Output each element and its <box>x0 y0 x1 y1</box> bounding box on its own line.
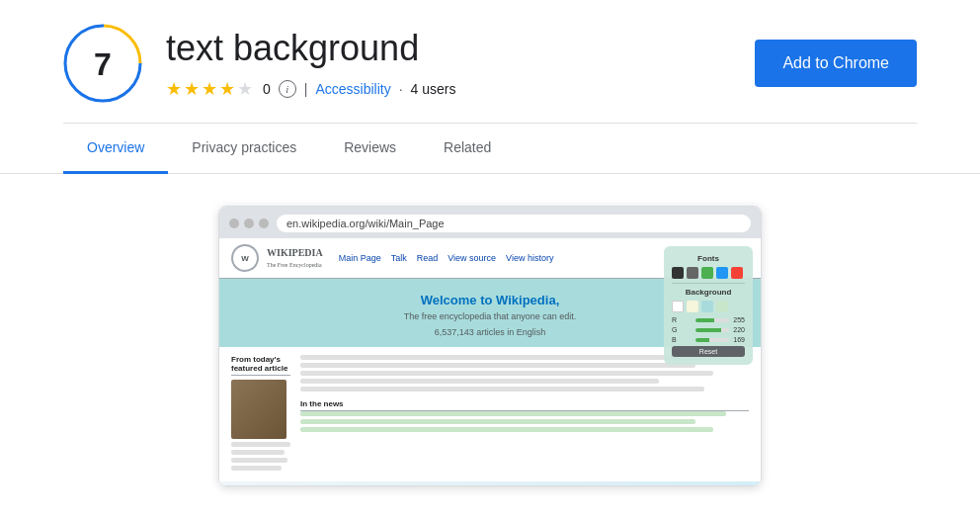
wiki-nav-source: View source <box>448 253 496 263</box>
swatch-red[interactable] <box>731 267 743 279</box>
tab-reviews[interactable]: Reviews <box>320 124 420 174</box>
extension-info: text background ★ ★ ★ ★ ★ 0 i | Accessib… <box>166 27 731 99</box>
slider-label-1: R <box>672 316 692 323</box>
wiki-line-3 <box>231 458 287 463</box>
wiki-featured-image <box>231 380 286 439</box>
wiki-main-line-4 <box>300 379 659 384</box>
star-4: ★ <box>219 78 235 100</box>
url-text: en.wikipedia.org/wiki/Main_Page <box>286 218 445 229</box>
star-1: ★ <box>166 78 182 100</box>
star-5: ★ <box>237 78 253 100</box>
wiki-main-line-2 <box>300 363 695 368</box>
wiki-logo-circle: W <box>231 244 259 272</box>
tab-privacy[interactable]: Privacy practices <box>168 124 320 174</box>
slider-value-1: 255 <box>733 316 745 323</box>
user-count: · <box>399 81 403 97</box>
swatch-gray[interactable] <box>687 267 698 279</box>
swatch-bg-white[interactable] <box>672 301 684 312</box>
wiki-logo-text: WIKIPEDIAThe Free Encyclopedia <box>267 247 323 269</box>
swatch-blue[interactable] <box>716 267 728 279</box>
category-link[interactable]: Accessibility <box>315 81 390 97</box>
color-swatches-bg <box>672 301 745 312</box>
slider-track-3[interactable] <box>695 338 729 342</box>
wiki-news-line-3 <box>300 427 713 432</box>
slider-row-3: B 169 <box>672 336 745 343</box>
swatch-bg-green[interactable] <box>716 301 728 312</box>
extension-popup-panel: Fonts Background <box>664 246 753 365</box>
slider-row-1: R 255 <box>672 316 745 323</box>
star-2: ★ <box>184 78 200 100</box>
meta-row: ★ ★ ★ ★ ★ 0 i | Accessibility · 4 users <box>166 78 731 100</box>
browser-content: W WIKIPEDIAThe Free Encyclopedia Main Pa… <box>219 238 761 485</box>
slider-row-2: G 220 <box>672 326 745 333</box>
wiki-line-4 <box>231 466 282 471</box>
add-to-chrome-button[interactable]: Add to Chrome <box>755 40 917 87</box>
slider-value-2: 220 <box>733 326 745 333</box>
wiki-main-line-1 <box>300 355 726 360</box>
slider-track-1[interactable] <box>695 318 729 322</box>
tab-overview[interactable]: Overview <box>63 124 168 174</box>
content-area: en.wikipedia.org/wiki/Main_Page W WIKIPE… <box>0 174 980 518</box>
wiki-line-1 <box>231 442 290 447</box>
wiki-news-line-2 <box>300 419 695 424</box>
browser-dot-2 <box>244 218 254 228</box>
reset-button[interactable]: Reset <box>672 346 745 357</box>
browser-dot-1 <box>229 218 239 228</box>
slider-value-3: 169 <box>733 336 745 343</box>
wiki-nav-history: View history <box>506 253 553 263</box>
slider-track-2[interactable] <box>695 328 729 332</box>
extension-header: 7 text background ★ ★ ★ ★ ★ 0 i | Access… <box>0 0 980 123</box>
star-rating: ★ ★ ★ ★ ★ <box>166 78 253 100</box>
extension-title: text background <box>166 27 731 69</box>
wiki-main-line-5 <box>300 387 704 392</box>
wiki-nav: Main Page Talk Read View source View his… <box>339 253 554 263</box>
wiki-news-line-1 <box>300 411 726 416</box>
extension-screenshot: en.wikipedia.org/wiki/Main_Page W WIKIPE… <box>218 206 762 486</box>
wiki-body: From today's featured article <box>219 347 761 481</box>
panel-divider <box>672 283 745 284</box>
slider-label-3: B <box>672 336 692 343</box>
swatch-bg-cream[interactable] <box>687 301 698 312</box>
rating-count: 0 <box>263 81 271 97</box>
wiki-featured-title: From today's featured article <box>231 355 290 376</box>
browser-dot-3 <box>259 218 269 228</box>
panel-fonts-label: Fonts <box>672 254 745 263</box>
wiki-line-2 <box>231 450 285 455</box>
star-3: ★ <box>202 78 217 100</box>
extension-logo: 7 <box>63 24 142 103</box>
swatch-green[interactable] <box>701 267 713 279</box>
info-icon[interactable]: i <box>279 80 296 98</box>
svg-text:7: 7 <box>94 46 112 82</box>
users-text: 4 users <box>411 81 456 97</box>
wiki-logo: W WIKIPEDIAThe Free Encyclopedia <box>231 244 323 272</box>
swatch-bg-teal[interactable] <box>701 301 713 312</box>
wiki-left-col: From today's featured article <box>231 355 290 474</box>
wiki-main-line-3 <box>300 371 713 376</box>
browser-controls <box>229 218 269 228</box>
swatch-dark[interactable] <box>672 267 684 279</box>
color-swatches-fonts <box>672 267 745 279</box>
browser-chrome-bar: en.wikipedia.org/wiki/Main_Page <box>219 207 761 238</box>
divider: | <box>304 81 308 97</box>
tabs-container: Overview Privacy practices Reviews Relat… <box>0 124 980 174</box>
wiki-nav-talk: Talk <box>391 253 407 263</box>
address-bar: en.wikipedia.org/wiki/Main_Page <box>277 215 751 232</box>
panel-bg-label: Background <box>672 288 745 297</box>
slider-label-2: G <box>672 326 692 333</box>
wikipedia-page: W WIKIPEDIAThe Free Encyclopedia Main Pa… <box>219 238 761 485</box>
wiki-nav-main: Main Page <box>339 253 381 263</box>
wiki-nav-read: Read <box>417 253 439 263</box>
wiki-text-lines <box>231 442 290 471</box>
wiki-news-title: In the news <box>300 395 749 411</box>
wiki-main-col: In the news <box>300 355 749 474</box>
tab-related[interactable]: Related <box>420 124 515 174</box>
